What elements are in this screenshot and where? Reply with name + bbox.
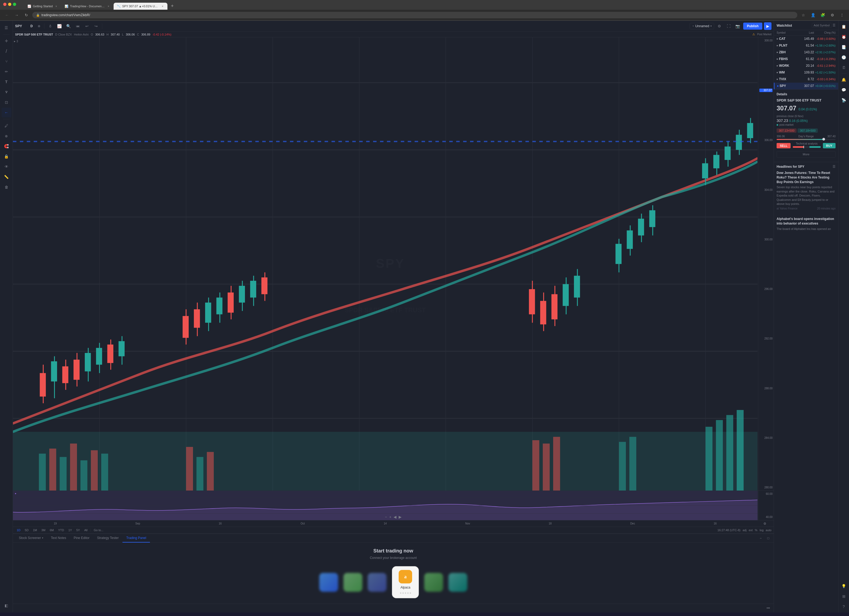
publish-button[interactable]: Publish [743,22,762,30]
go-live-button[interactable]: ▶ [764,22,772,30]
screenshot-button[interactable]: 📷 [734,22,742,30]
auto-button[interactable]: auto [766,528,772,532]
extensions-button[interactable]: 🧩 [819,11,827,19]
right-icon-screener[interactable]: ⊞ [840,592,848,601]
sell-button[interactable]: SELL [777,143,791,148]
fullscreen-button[interactable]: ⛶ [725,22,733,30]
url-bar[interactable]: 🔒 tradingview.com/chart/VwmZikbR/ [32,12,797,18]
watchlist-menu-button[interactable]: ☰ [833,24,836,27]
watchlist-item-tvix[interactable]: TVIX 8.72 -0.03 (-0.34%) [774,76,838,83]
reload-button[interactable]: ↻ [22,11,30,19]
buy-button[interactable]: BUY [823,143,836,148]
tab-text-notes[interactable]: Text Notes [47,534,70,543]
right-icon-watchlist[interactable]: 📋 [840,22,848,31]
period-1m[interactable]: 1M [31,528,39,532]
watchlist-item-cat[interactable]: CAT 145.49 -0.88 (-0.60%) [774,36,838,42]
symbol-input[interactable] [15,24,27,28]
right-icon-ideas[interactable]: 💡 [840,582,848,591]
trend-line-tool[interactable]: / [1,46,11,56]
indicator-collapse[interactable]: ▸ [15,492,16,495]
percent-button[interactable]: % [755,528,758,532]
right-icon-news[interactable]: 📑 [840,43,848,51]
crosshair-tool[interactable]: ✛ [1,36,11,46]
tab-close-btn[interactable]: × [54,4,58,8]
tab-close-btn[interactable]: × [161,4,164,8]
tab-getting-started[interactable]: 📈 Getting Started × [24,3,61,10]
redo-button[interactable]: ↪ [92,22,100,30]
right-icon-calendar[interactable]: 🗓 [840,63,848,72]
news-item-1[interactable]: Dow Jones Futures: Time To Reset Roku? T… [777,171,836,213]
chart-settings-button[interactable]: ⚙ [716,22,723,30]
menu-toggle-button[interactable]: ☰ [1,23,11,33]
back-button[interactable]: ← [3,11,11,19]
traffic-light-minimize[interactable] [8,3,11,6]
back-arrow-tool[interactable]: ← [1,108,11,117]
traffic-light-maximize[interactable] [13,3,16,6]
broker-icon-1[interactable] [319,573,338,592]
watchlist-item-spy[interactable]: SPY 307.07 +0.04 (+0.01%) [774,83,838,89]
lock-tool[interactable]: 🔒 [1,152,11,161]
right-icon-chat[interactable]: 💬 [840,86,848,94]
period-3m[interactable]: 3M [40,528,47,532]
measure-tool[interactable]: ⊡ [1,97,11,107]
watchlist-item-work[interactable]: WORK 20.14 -0.61 (-2.94%) [774,63,838,69]
pitchfork-tool[interactable]: ⑂ [1,57,11,66]
marker-tool[interactable]: 🖊 [1,121,11,131]
patterns-tool[interactable]: ⛛ [1,87,11,97]
forward-button[interactable]: → [13,11,21,19]
news-menu-button[interactable]: ☰ [833,165,836,169]
watchlist-item-zbh[interactable]: ZBH 143.22 +2.91 (+2.07%) [774,49,838,56]
adj-button[interactable]: adj [743,528,747,532]
tab-trading-panel[interactable]: Trading Panel [122,534,150,543]
screener-button[interactable]: 🔍 [65,22,72,30]
panel-expand-button[interactable]: □ [765,535,772,541]
period-6m[interactable]: 6M [48,528,55,532]
tab-documentation[interactable]: 📊 TradingView - Documentation × [61,3,113,10]
zoom-out-button[interactable]: − [385,515,387,519]
eye-tool[interactable]: 👁 [1,162,11,172]
scroll-right-button[interactable]: ▶ [399,515,402,519]
broker-icon-3[interactable] [368,573,387,592]
traffic-light-close[interactable] [3,3,6,6]
main-chart-area[interactable]: SPY SPDR S&P500 ETF TRUST ▸ 3 [13,37,774,491]
profile-button[interactable]: 👤 [809,11,817,19]
broker-icon-6[interactable] [448,573,467,592]
log-button[interactable]: log [760,528,764,532]
compare-button[interactable]: ⊕ [36,23,42,29]
chart-name-button[interactable]: ⚬ Unnamed ▾ [690,23,714,29]
right-icon-notifications[interactable]: 📡 [840,96,848,104]
tab-stock-screener[interactable]: Stock Screener ▾ [15,534,47,543]
right-icon-alerts[interactable]: 🔔 [840,75,848,84]
watchlist-item-plnt[interactable]: PLNT 61.54 +1.56 (+2.60%) [774,42,838,49]
text-tool[interactable]: T [1,77,11,87]
tab-pine-editor[interactable]: Pine Editor [70,534,94,543]
period-1d[interactable]: 1D [15,528,22,532]
broker-icon-2[interactable] [344,573,362,592]
more-options-button[interactable]: ••• [765,605,772,612]
goto-button[interactable]: Go to... [92,528,105,532]
news-item-2[interactable]: Alphabet's board opens investigation int… [777,217,836,236]
watchlist-item-wm[interactable]: WM 109.93 +1.62 (+1.50%) [774,69,838,76]
broker-alpaca[interactable]: a Alpaca ★★★★★ [392,566,419,598]
brush-tool[interactable]: ✏ [1,67,11,76]
tab-strategy-tester[interactable]: Strategy Tester [93,534,122,543]
more-button[interactable]: More [777,151,836,158]
trash-tool[interactable]: 🗑 [1,182,11,192]
undo-button[interactable]: ↩ [83,22,91,30]
period-1y[interactable]: 1Y [67,528,73,532]
panel-minimize-button[interactable]: − [758,535,764,541]
timeframe-button[interactable]: D [29,24,34,29]
right-icon-help[interactable]: ? [840,602,848,611]
tab-close-btn[interactable]: × [107,4,110,8]
right-icon-history[interactable]: 🕐 [840,53,848,62]
zoom-in-button[interactable]: + [389,515,392,519]
broker-icon-5[interactable] [424,573,443,592]
time-settings-icon[interactable]: ⚙ [757,522,773,525]
layers-tool[interactable]: ◧ [1,601,11,610]
scroll-left-button[interactable]: ◀ [393,515,396,519]
period-all[interactable]: All [83,528,89,532]
replay-button[interactable]: ⏮ [74,22,82,30]
magnet-tool[interactable]: 🧲 [1,141,11,151]
add-symbol-button[interactable]: Add Symbol [812,23,831,28]
sub-chart[interactable]: ▸ 60.00 40.00 − + [13,491,774,520]
